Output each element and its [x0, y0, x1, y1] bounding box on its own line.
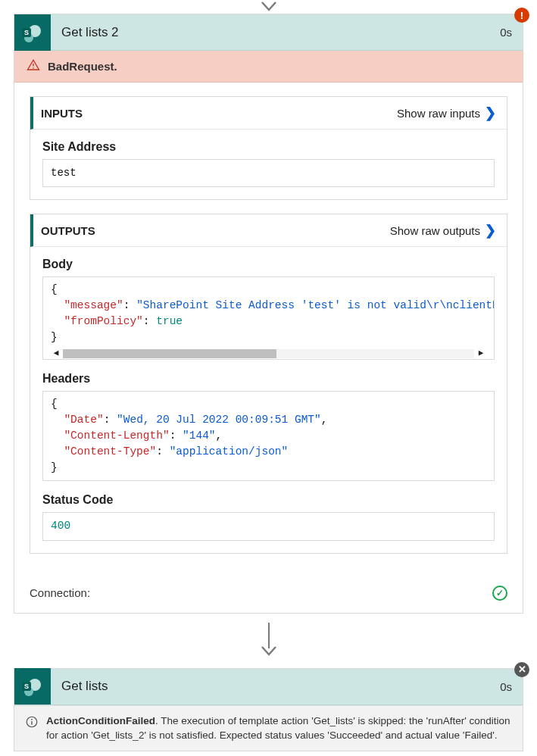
- card-duration: 0s: [489, 26, 523, 39]
- card-header[interactable]: S Get lists 0s: [14, 669, 523, 705]
- svg-point-1: [33, 67, 34, 69]
- status-code-value[interactable]: 400: [42, 512, 495, 541]
- error-badge-text: !: [520, 10, 523, 21]
- connector-arrow: [0, 614, 537, 668]
- show-raw-inputs-link[interactable]: Show raw inputs ❯: [397, 105, 496, 121]
- svg-point-4: [31, 719, 33, 720]
- dismiss-badge-text: ✕: [518, 664, 526, 675]
- horizontal-scrollbar[interactable]: ◀▶: [51, 348, 486, 359]
- status-code-text: 400: [51, 520, 70, 532]
- info-icon: [25, 715, 39, 729]
- action-card-get-lists-2: ! S Get lists 2 0s BadRequest. INPUTS Sh…: [14, 14, 523, 614]
- connection-row: Connection: ✓: [14, 576, 523, 613]
- outputs-header: OUTPUTS: [41, 224, 95, 237]
- error-text: BadRequest.: [48, 60, 117, 73]
- site-address-label: Site Address: [42, 140, 495, 154]
- card-title: Get lists: [51, 679, 489, 694]
- info-text: ActionConditionFailed. The execution of …: [46, 714, 512, 743]
- info-bar: ActionConditionFailed. The execution of …: [14, 705, 523, 751]
- site-address-value[interactable]: test: [42, 159, 495, 187]
- error-bar: BadRequest.: [14, 51, 523, 83]
- json-key: "Content-Type": [64, 445, 156, 458]
- show-raw-outputs-link[interactable]: Show raw outputs ❯: [390, 222, 496, 239]
- card-duration: 0s: [489, 680, 523, 693]
- sharepoint-icon: S: [14, 668, 51, 704]
- json-key: "fromPolicy": [64, 315, 142, 327]
- headers-label: Headers: [42, 372, 495, 386]
- inputs-section: INPUTS Show raw inputs ❯ Site Address te…: [30, 96, 507, 200]
- scroll-right-icon[interactable]: ▶: [476, 348, 486, 360]
- warning-icon: [27, 58, 40, 74]
- sharepoint-icon: S: [14, 14, 51, 51]
- check-circle-icon: ✓: [492, 586, 507, 601]
- json-value: true: [156, 315, 183, 327]
- json-value: "SharePoint Site Address 'test' is not v…: [136, 299, 495, 311]
- json-key: "message": [64, 299, 123, 311]
- card-title: Get lists 2: [51, 25, 489, 40]
- body-json[interactable]: { "message": "SharePoint Site Address 't…: [42, 276, 495, 360]
- dismiss-badge-icon[interactable]: ✕: [514, 662, 529, 677]
- chevron-right-icon: ❯: [485, 105, 496, 121]
- action-card-get-lists: ✕ S Get lists 0s ActionConditionFailed. …: [14, 668, 523, 751]
- json-key: "Content-Length": [64, 430, 169, 442]
- body-label: Body: [42, 258, 495, 271]
- json-key: "Date": [64, 414, 103, 426]
- headers-json[interactable]: { "Date": "Wed, 20 Jul 2022 00:09:51 GMT…: [42, 391, 495, 481]
- json-value: "Wed, 20 Jul 2022 00:09:51 GMT": [117, 414, 321, 426]
- connection-label: Connection:: [30, 586, 90, 599]
- outputs-section: OUTPUTS Show raw outputs ❯ Body { "messa…: [30, 214, 507, 554]
- show-raw-inputs-text: Show raw inputs: [397, 107, 480, 120]
- card-header[interactable]: S Get lists 2 0s: [14, 14, 523, 51]
- json-value: "application/json": [170, 445, 289, 458]
- info-title: ActionConditionFailed: [46, 715, 155, 726]
- json-value: "144": [183, 430, 216, 442]
- scroll-left-icon[interactable]: ◀: [51, 348, 61, 360]
- status-code-label: Status Code: [42, 493, 495, 507]
- connector-arrow-top: [0, 0, 537, 14]
- show-raw-outputs-text: Show raw outputs: [390, 224, 480, 237]
- error-badge-icon: !: [514, 8, 529, 23]
- chevron-right-icon: ❯: [485, 222, 496, 239]
- inputs-header: INPUTS: [41, 107, 83, 120]
